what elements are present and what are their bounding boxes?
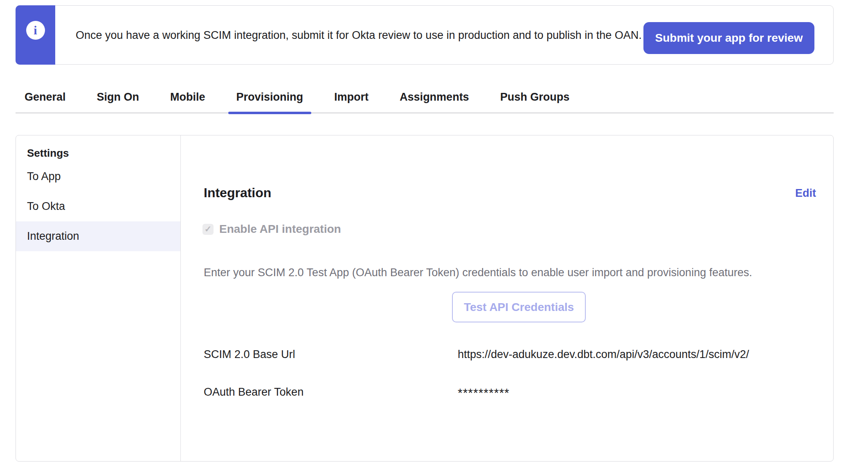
info-banner-text: Once you have a working SCIM integration… [76, 25, 644, 45]
enable-api-integration-label: Enable API integration [219, 223, 341, 236]
tab-push-groups[interactable]: Push Groups [492, 83, 578, 113]
enable-api-integration-checkbox: ✓ [202, 224, 214, 235]
tab-general[interactable]: General [16, 83, 74, 113]
provisioning-card: Settings To App To Okta Integration Inte… [16, 135, 834, 462]
sidebar-item-integration[interactable]: Integration [16, 221, 180, 251]
sidebar-header: Settings [16, 144, 180, 162]
tab-provisioning[interactable]: Provisioning [228, 83, 312, 113]
info-banner-accent: i [16, 5, 55, 65]
page-title: Integration [204, 185, 271, 200]
integration-panel: Integration Edit ✓ Enable API integratio… [181, 135, 833, 461]
sidebar-item-to-okta[interactable]: To Okta [16, 191, 180, 221]
tab-assignments[interactable]: Assignments [391, 83, 477, 113]
enable-api-integration-row: ✓ Enable API integration [202, 223, 341, 236]
oauth-bearer-token-value: ********** [458, 386, 510, 400]
submit-app-for-review-button[interactable]: Submit your app for review [643, 22, 814, 54]
sidebar-item-to-app[interactable]: To App [16, 162, 180, 191]
tab-sign-on[interactable]: Sign On [89, 83, 148, 113]
info-icon: i [26, 21, 45, 40]
test-api-credentials-button[interactable]: Test API Credentials [452, 292, 586, 322]
tab-mobile[interactable]: Mobile [162, 83, 214, 113]
app-tab-bar: General Sign On Mobile Provisioning Impo… [16, 84, 834, 113]
settings-sidebar: Settings To App To Okta Integration [16, 135, 181, 461]
credentials-description: Enter your SCIM 2.0 Test App (OAuth Bear… [204, 266, 821, 279]
oauth-bearer-token-label: OAuth Bearer Token [204, 386, 304, 399]
info-banner: i Once you have a working SCIM integrati… [16, 5, 834, 65]
tab-import[interactable]: Import [326, 83, 377, 113]
scim-base-url-label: SCIM 2.0 Base Url [204, 348, 295, 361]
edit-link[interactable]: Edit [795, 187, 816, 200]
scim-base-url-value: https://dev-adukuze.dev.dbt.com/api/v3/a… [458, 348, 749, 361]
